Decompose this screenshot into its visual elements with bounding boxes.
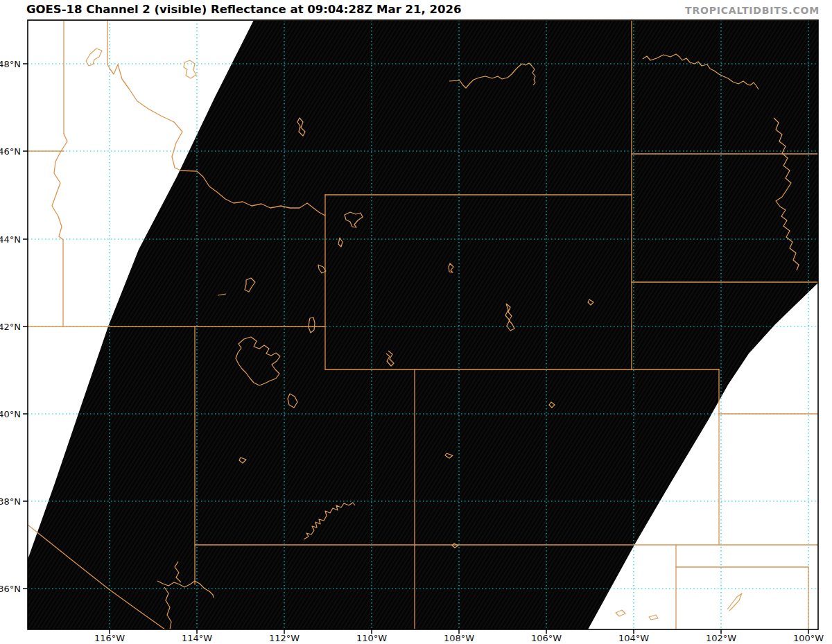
lon-label-102°W: 102°W: [706, 633, 736, 643]
lat-label-48°N: 48°N: [0, 59, 21, 69]
satellite-map-svg: 48°N46°N44°N42°N40°N38°N36°N116°W114°W11…: [0, 0, 832, 644]
lat-label-42°N: 42°N: [0, 322, 21, 332]
watermark-tropicaltidbits: TROPICALTIDBITS.COM: [685, 5, 820, 16]
lat-label-46°N: 46°N: [0, 146, 21, 157]
lon-label-116°W: 116°W: [94, 633, 125, 643]
lat-label-40°N: 40°N: [0, 409, 21, 419]
lat-label-44°N: 44°N: [0, 234, 21, 245]
lon-label-100°W: 100°W: [793, 633, 824, 643]
lat-label-36°N: 36°N: [0, 584, 21, 594]
lon-label-108°W: 108°W: [444, 633, 474, 643]
satellite-image-page: GOES-18 Channel 2 (visible) Reflectance …: [0, 0, 832, 644]
lon-label-112°W: 112°W: [269, 633, 300, 643]
lon-label-106°W: 106°W: [531, 633, 562, 643]
lon-label-114°W: 114°W: [182, 633, 212, 643]
lon-label-110°W: 110°W: [356, 633, 387, 643]
lon-label-104°W: 104°W: [618, 633, 649, 643]
lat-label-38°N: 38°N: [0, 496, 21, 507]
page-title: GOES-18 Channel 2 (visible) Reflectance …: [26, 3, 461, 16]
